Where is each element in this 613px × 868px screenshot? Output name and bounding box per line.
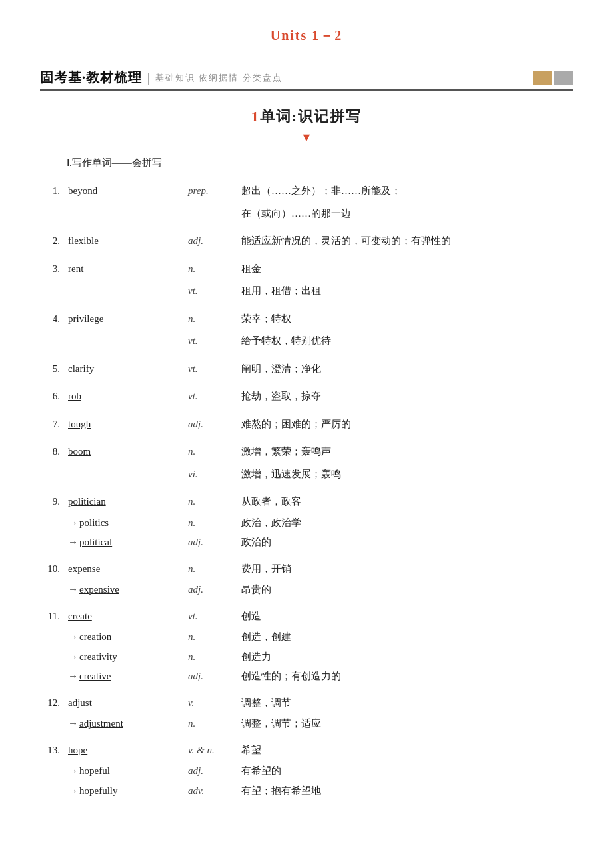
word-meaning: 希望	[237, 739, 573, 762]
word-cell: rob	[64, 385, 184, 408]
derived-row: →adjustmentn.调整，调节；适应	[40, 714, 573, 734]
word-cell	[64, 280, 184, 303]
word-cell: flexible	[64, 230, 184, 253]
box-gray	[554, 71, 573, 85]
word-cell	[64, 463, 184, 486]
derived-row: →politicaladj.政治的	[40, 533, 573, 553]
table-row: 5.clarifyvt.阐明，澄清；净化	[40, 358, 573, 381]
derived-word-cell: →hopefully	[64, 781, 184, 801]
word-text: create	[68, 611, 92, 621]
table-row: 7.toughadj.难熬的；困难的；严厉的	[40, 413, 573, 436]
spacer-row	[40, 600, 573, 605]
spacer-row	[40, 353, 573, 358]
derived-pos: n.	[184, 714, 237, 734]
spacer-row	[40, 485, 573, 491]
word-meaning: 激增，迅速发展；轰鸣	[237, 463, 573, 486]
derived-pos: adj.	[184, 667, 237, 687]
word-number: 10.	[40, 558, 64, 581]
word-text: expense	[68, 563, 100, 574]
word-number: 2.	[40, 230, 64, 253]
vocab-title: 1单词:识记拼写	[40, 107, 573, 127]
derived-word-text: hopeful	[79, 765, 110, 776]
derived-word-text: political	[79, 537, 112, 547]
arrow-prefix: →	[68, 785, 78, 796]
derived-meaning: 政治，政治学	[237, 513, 573, 533]
derived-pos: adj.	[184, 761, 237, 781]
derived-word-cell: →creative	[64, 667, 184, 687]
word-number: 4.	[40, 308, 64, 331]
section-header-sub: 基础知识 依纲据情 分类盘点	[155, 72, 533, 84]
word-cell: rent	[64, 258, 184, 281]
subsection-title: Ⅰ.写作单词——会拼写	[67, 157, 573, 169]
arrow-prefix: →	[68, 671, 78, 681]
table-row: 13.hopev. & n.希望	[40, 739, 573, 762]
arrow-prefix: →	[68, 718, 78, 729]
derived-pos: n.	[184, 627, 237, 647]
derived-meaning: 昂贵的	[237, 580, 573, 600]
derived-pos: n.	[184, 647, 237, 667]
derived-row: →expensiveadj.昂贵的	[40, 580, 573, 600]
word-pos: vt.	[184, 330, 237, 353]
table-row: vt.给予特权，特别优待	[40, 330, 573, 353]
word-cell: clarify	[64, 358, 184, 381]
word-number: 1.	[40, 180, 64, 203]
spacer-row	[40, 408, 573, 413]
word-number: 11.	[40, 605, 64, 628]
table-row: 12.adjustv.调整，调节	[40, 692, 573, 715]
word-pos: v. & n.	[184, 739, 237, 762]
word-text: boom	[68, 446, 91, 457]
word-pos: prep.	[184, 180, 237, 203]
word-cell	[64, 330, 184, 353]
derived-row: →creativeadj.创造性的；有创造力的	[40, 667, 573, 687]
word-meaning: 费用，开销	[237, 558, 573, 581]
word-text: clarify	[68, 363, 94, 374]
word-cell: politician	[64, 491, 184, 513]
word-number	[40, 330, 64, 353]
derived-row: →creationn.创造，创建	[40, 627, 573, 647]
word-pos: n.	[184, 558, 237, 581]
word-text: rent	[68, 263, 83, 274]
arrow-prefix: →	[68, 651, 78, 662]
word-pos: vt.	[184, 358, 237, 381]
word-meaning: 给予特权，特别优待	[237, 330, 573, 353]
vocab-arrow: ▼	[40, 131, 573, 145]
word-pos: n.	[184, 441, 237, 463]
arrow-prefix: →	[68, 584, 78, 595]
derived-pos: adv.	[184, 781, 237, 801]
section-header-main: 固考基·教材梳理	[40, 69, 142, 87]
derived-word-text: creation	[79, 631, 111, 642]
word-text: flexible	[68, 235, 99, 246]
word-number: 12.	[40, 692, 64, 715]
derived-word-text: adjustment	[79, 718, 123, 729]
word-cell: tough	[64, 413, 184, 436]
derived-word-cell: →creativity	[64, 647, 184, 667]
word-cell	[64, 203, 184, 225]
word-cell: privilege	[64, 308, 184, 331]
word-pos: vt.	[184, 385, 237, 408]
derived-meaning: 政治的	[237, 533, 573, 553]
vocab-number: 1	[251, 108, 260, 125]
arrow-prefix: →	[68, 537, 78, 547]
word-cell: boom	[64, 441, 184, 463]
derived-word-cell: →hopeful	[64, 761, 184, 781]
word-number: 6.	[40, 385, 64, 408]
word-meaning: 超出（……之外）；非……所能及；	[237, 180, 573, 203]
derived-word-text: hopefully	[79, 785, 118, 796]
derived-row: →hopefuladj.有希望的	[40, 761, 573, 781]
word-number: 3.	[40, 258, 64, 281]
spacer-row	[40, 225, 573, 230]
derived-row: →creativityn.创造力	[40, 647, 573, 667]
arrow-prefix: →	[68, 517, 78, 528]
word-meaning: 在（或向）……的那一边	[237, 203, 573, 225]
derived-word-text: expensive	[79, 584, 119, 595]
derived-word-cell: →politics	[64, 513, 184, 533]
word-meaning: 能适应新情况的，灵活的，可变动的；有弹性的	[237, 230, 573, 253]
word-meaning: 激增，繁荣；轰鸣声	[237, 441, 573, 463]
word-meaning: 难熬的；困难的；严厉的	[237, 413, 573, 436]
word-table: 1.beyondprep.超出（……之外）；非……所能及；在（或向）……的那一边…	[40, 180, 573, 806]
word-meaning: 租金	[237, 258, 573, 281]
word-cell: hope	[64, 739, 184, 762]
word-pos: n.	[184, 491, 237, 513]
table-row: vt.租用，租借；出租	[40, 280, 573, 303]
word-cell: adjust	[64, 692, 184, 715]
